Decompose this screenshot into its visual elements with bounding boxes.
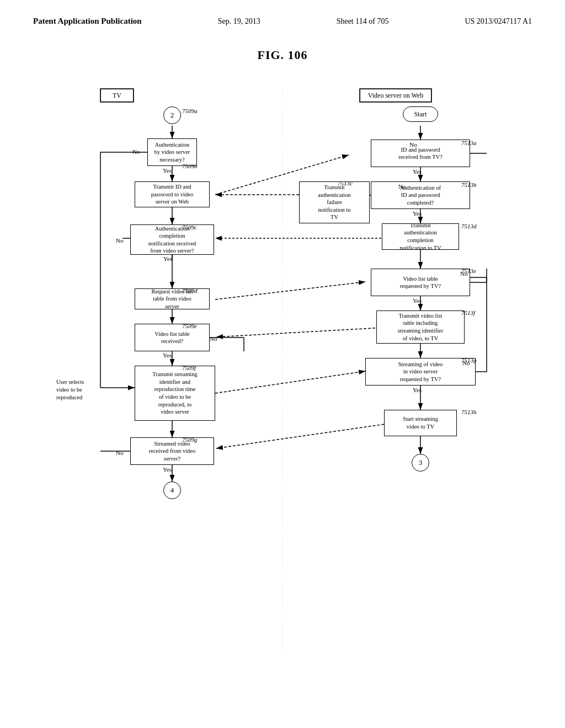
label-no-completion: No	[116, 237, 123, 244]
patent-number: US 2013/0247117 A1	[465, 17, 532, 26]
label-yes-auth-id: Yes	[413, 210, 422, 217]
sheet-info: Sheet 114 of 705	[337, 17, 389, 26]
circle-2: 2	[163, 106, 181, 124]
label-no-auth: No	[132, 148, 140, 155]
box-transmit-streaming: Transmit streamingidentifier andreproduc…	[135, 366, 215, 421]
tv-column-header: TV	[100, 89, 134, 102]
box-transmit-auth-failure: Transmitauthenticationfailurenotificatio…	[299, 181, 370, 223]
box-transmit-auth-completion: Transmitauthenticationcompletionnotifica…	[382, 223, 459, 250]
ref-7509e: 7509e	[182, 323, 197, 329]
diamond-video-list-requested: Video list tablerequested by TV?	[371, 269, 470, 296]
diamond-streaming-requested: Streaming of videoin video serverrequest…	[365, 358, 476, 386]
publication-title: Patent Application Publication	[33, 17, 142, 26]
svg-line-31	[216, 327, 393, 337]
page-header: Patent Application Publication Sep. 19, …	[0, 0, 565, 26]
user-selects-label: User selectsvideo to bereproduced	[56, 378, 128, 402]
ref-7509f: 7509f	[182, 365, 196, 371]
ref-7513c: 7513c	[338, 180, 353, 186]
box-transmit-video-list: Transmit video listtable includingstream…	[376, 311, 465, 344]
ref-7513b: 7513b	[461, 181, 477, 188]
box-transmit-id: Transmit ID andpassword to videoserver o…	[135, 181, 210, 207]
label-no-auth-id: No	[398, 183, 406, 190]
circle-4: 4	[163, 481, 181, 499]
circle-3: 3	[412, 454, 429, 472]
label-yes-completion: Yes	[163, 255, 172, 262]
ref-7513a: 7513a	[461, 140, 477, 146]
ref-7513e: 7513e	[461, 267, 476, 274]
svg-line-32	[215, 371, 365, 393]
ref-7509d: 7509d	[182, 287, 198, 294]
ref-7509g: 7509g	[182, 436, 198, 443]
publication-date: Sep. 19, 2013	[218, 17, 260, 26]
box-start-streaming: Start streamingvideo to TV	[384, 410, 457, 436]
ref-7509c: 7509c	[182, 224, 197, 231]
label-yes-streamed: Yes	[163, 466, 172, 473]
label-no-streamed: No	[116, 449, 123, 456]
video-server-column-header: Video server on Web	[360, 89, 431, 102]
label-no-id-password: No	[409, 141, 417, 148]
svg-line-33	[216, 423, 393, 448]
diamond-streamed-received: Streamed videoreceived from videoserver?	[130, 437, 214, 465]
circle-start: Start	[403, 106, 438, 122]
label-yes-id-password: Yes	[413, 168, 422, 175]
box-request-video-list: Request video listtable from videoserver	[135, 288, 210, 309]
diamond-video-list-received: Video list tablereceived?	[135, 324, 210, 351]
label-yes-video-requested: Yes	[413, 297, 422, 304]
figure-title: FIG. 106	[0, 48, 565, 62]
ref-7509b: 7509b	[182, 163, 198, 169]
label-yes-video-list: Yes	[163, 352, 172, 358]
diagram-container: TV Video server on Web 2 7509a Authentic…	[45, 73, 520, 669]
diamond-auth-id-completed: Authentication ofID and passwordcomplete…	[371, 181, 470, 209]
ref-7513g: 7513g	[461, 357, 477, 363]
label-yes-streaming: Yes	[413, 387, 422, 393]
label-no-video-list: No	[210, 335, 217, 342]
diamond-auth-completion-received: Authenticationcompletionnotification rec…	[130, 224, 214, 255]
label-yes-auth: Yes	[163, 167, 172, 174]
diamond-id-password-received: ID and passwordreceived from TV?	[371, 140, 470, 167]
ref-7513f: 7513f	[461, 309, 475, 316]
ref-7513d: 7513d	[461, 223, 477, 229]
ref-7509a: 7509a	[182, 108, 198, 114]
svg-line-30	[215, 282, 365, 299]
ref-7513h: 7513h	[461, 409, 477, 415]
diamond-auth-necessary: Authenticationby video servernecessary?	[147, 138, 197, 166]
